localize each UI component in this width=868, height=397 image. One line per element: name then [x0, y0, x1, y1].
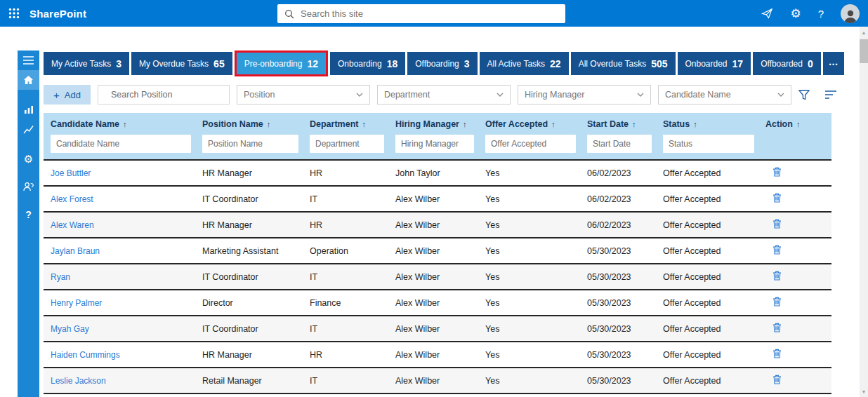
hiring-manager-dropdown[interactable]: Hiring Manager: [518, 85, 651, 105]
candidate-link[interactable]: Haiden Cummings: [51, 350, 202, 360]
scroll-up-icon[interactable]: ▲: [860, 28, 868, 36]
sidebar-item-reports[interactable]: [18, 100, 39, 119]
column-header-offer-accepted[interactable]: Offer Accepted↑: [485, 119, 587, 129]
cell-manager: Alex Wilber: [395, 246, 485, 256]
column-header-hiring-manager[interactable]: Hiring Manager↑: [395, 119, 485, 129]
column-header-start-date[interactable]: Start Date↑: [587, 119, 663, 129]
candidate-link[interactable]: Leslie Jackson: [51, 376, 202, 386]
toolbar: + Add PositionDepartmentHiring ManagerCa…: [44, 85, 831, 105]
tab-onboarded[interactable]: Onboarded17: [678, 52, 751, 75]
tab-onboarding[interactable]: Onboarding18: [330, 52, 405, 75]
department-dropdown[interactable]: Department: [377, 85, 511, 105]
settings-icon[interactable]: ⚙: [790, 8, 801, 20]
filter-input-status[interactable]: [663, 135, 754, 153]
cell-action: [765, 271, 831, 283]
tab-all-overdue-tasks[interactable]: All Overdue Tasks505: [571, 52, 676, 75]
tab-all-active-tasks[interactable]: All Active Tasks22: [480, 52, 569, 75]
tab-count: 17: [732, 58, 744, 69]
column-header-department[interactable]: Department↑: [310, 119, 395, 129]
table-row: Myah GayIT CoordinatorITAlex WilberYes05…: [44, 316, 831, 342]
toolbar-dropdowns: PositionDepartmentHiring ManagerCandidat…: [237, 85, 791, 105]
delete-button[interactable]: [765, 219, 782, 229]
sort-list-icon[interactable]: [825, 90, 837, 99]
filter-input-candidate-name[interactable]: [51, 135, 191, 153]
cell-position: HR Manager: [202, 220, 310, 230]
scroll-down-icon[interactable]: ▼: [860, 387, 868, 396]
candidate-link[interactable]: Henry Palmer: [51, 298, 202, 308]
sidebar-item-permissions[interactable]: [18, 177, 39, 196]
position-dropdown[interactable]: Position: [237, 85, 370, 105]
sidebar-item-help[interactable]: ?: [18, 205, 39, 224]
delete-button[interactable]: [765, 167, 782, 177]
candidate-link[interactable]: Ryan: [51, 272, 202, 282]
cell-start: 05/30/2023: [587, 246, 663, 256]
column-header-status[interactable]: Status↑: [663, 119, 765, 129]
tab-my-overdue-tasks[interactable]: My Overdue Tasks65: [131, 52, 232, 75]
table-row: Leslie JacksonRetail ManagerITAlex Wilbe…: [44, 368, 831, 394]
position-search-box[interactable]: [98, 85, 230, 105]
delete-button[interactable]: [765, 323, 782, 332]
cell-action: [765, 375, 831, 386]
delete-button[interactable]: [765, 193, 782, 203]
vertical-scrollbar[interactable]: ▲ ▼: [860, 27, 868, 397]
tab-my-active-tasks[interactable]: My Active Tasks3: [44, 52, 129, 75]
sidebar-item-settings[interactable]: ⚙: [18, 149, 39, 168]
delete-button[interactable]: [765, 245, 782, 255]
cell-offer: Yes: [485, 298, 587, 308]
tab-offboarded[interactable]: Offboarded0: [753, 52, 821, 75]
site-search-input[interactable]: [299, 8, 558, 20]
column-label: Position Name: [202, 119, 263, 129]
filter-icon[interactable]: [798, 90, 810, 100]
site-search-box[interactable]: [277, 4, 565, 23]
add-button[interactable]: + Add: [44, 85, 91, 105]
candidate-name-dropdown[interactable]: Candidate Name: [658, 85, 791, 105]
cell-manager: Alex Wilber: [395, 272, 485, 282]
candidate-link[interactable]: Alex Forest: [51, 194, 202, 204]
delete-button[interactable]: [765, 375, 782, 384]
help-icon[interactable]: ?: [818, 8, 824, 20]
share-icon[interactable]: [761, 8, 773, 19]
app-launcher-icon[interactable]: [0, 0, 28, 27]
cell-manager: Alex Wilber: [395, 324, 485, 334]
delete-button[interactable]: [765, 349, 782, 358]
app-title[interactable]: SharePoint: [29, 8, 86, 20]
filter-cell: [202, 135, 310, 153]
cell-department: IT: [310, 194, 395, 204]
cell-department: Finance: [310, 298, 395, 308]
cell-manager: Alex Wilber: [395, 194, 485, 204]
filter-input-position-name[interactable]: [202, 135, 298, 153]
cell-department: HR: [310, 168, 395, 178]
cell-action: [765, 297, 831, 309]
tab-count: 18: [387, 58, 398, 69]
column-header-action[interactable]: Action↑: [765, 119, 831, 129]
scrollbar-thumb[interactable]: [860, 39, 868, 63]
filter-cell: [310, 135, 395, 153]
tab-pre-onboarding[interactable]: Pre-onboarding12: [235, 51, 328, 76]
column-header-candidate-name[interactable]: Candidate Name↑: [51, 119, 202, 129]
cell-start: 05/30/2023: [587, 350, 663, 360]
cell-position: HR Manager: [202, 168, 310, 178]
cell-offer: Yes: [485, 324, 587, 334]
candidate-link[interactable]: Alex Waren: [51, 220, 202, 230]
sidebar-menu-button[interactable]: [18, 51, 39, 70]
candidate-link[interactable]: Myah Gay: [51, 324, 202, 334]
delete-button[interactable]: [765, 297, 782, 307]
filter-input-hiring-manager[interactable]: [395, 135, 474, 153]
avatar[interactable]: [841, 4, 860, 23]
filter-input-offer-accepted[interactable]: [485, 135, 576, 153]
tab-label: Offboarded: [761, 59, 803, 69]
delete-button[interactable]: [765, 271, 782, 281]
sidebar-item-analytics[interactable]: [18, 119, 39, 139]
tab-offboarding[interactable]: Offboarding3: [407, 52, 477, 75]
sidebar-item-home[interactable]: [18, 70, 39, 90]
cell-offer: Yes: [485, 194, 587, 204]
candidate-link[interactable]: Jaylan Braun: [51, 246, 202, 256]
filter-input-department[interactable]: [310, 135, 384, 153]
column-header-position-name[interactable]: Position Name↑: [202, 119, 310, 129]
position-search-input[interactable]: [110, 89, 225, 100]
candidate-link[interactable]: Joe Buttler: [51, 168, 202, 178]
tab-count: 3: [116, 58, 121, 69]
tab-more-button[interactable]: ⋯: [823, 52, 844, 75]
cell-position: Marketing Assistant: [202, 246, 310, 256]
filter-input-start-date[interactable]: [587, 135, 652, 153]
